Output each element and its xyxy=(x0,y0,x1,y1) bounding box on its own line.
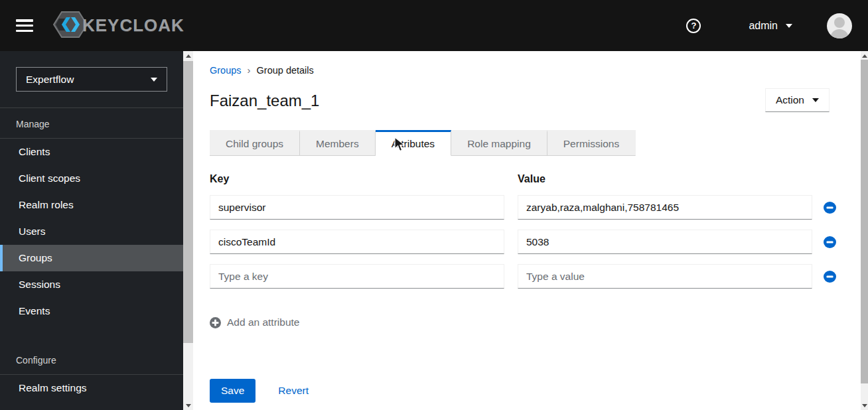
keycloak-logo[interactable]: KEYCLOAK xyxy=(53,9,184,42)
avatar-person-icon xyxy=(834,17,845,28)
sidebar-item-sessions[interactable]: Sessions xyxy=(0,271,183,298)
attribute-row xyxy=(210,195,861,220)
sidebar-item-client-scopes[interactable]: Client scopes xyxy=(0,165,183,192)
tab-bar: Child groups Members Attributes Role map… xyxy=(210,130,636,156)
sidebar-scrollbar[interactable] xyxy=(183,51,193,410)
breadcrumb-groups-link[interactable]: Groups xyxy=(210,65,242,76)
minus-circle-icon xyxy=(824,236,836,248)
username-label: admin xyxy=(749,20,778,32)
sidebar-scrollbar-thumb[interactable] xyxy=(183,61,193,343)
chevron-down-icon xyxy=(812,98,819,102)
tab-members[interactable]: Members xyxy=(300,130,376,156)
attribute-value-input[interactable] xyxy=(518,264,812,289)
plus-circle-icon xyxy=(210,317,221,328)
app-header: KEYCLOAK ? admin xyxy=(0,0,868,51)
avatar[interactable] xyxy=(827,13,852,38)
scrollbar-up-arrow-icon[interactable] xyxy=(861,51,868,60)
sidebar-item-clients[interactable]: Clients xyxy=(0,139,183,165)
attribute-value-input[interactable] xyxy=(518,195,812,220)
chevron-down-icon xyxy=(151,78,157,82)
page-title: Faizan_team_1 xyxy=(210,92,861,110)
attribute-value-input[interactable] xyxy=(518,230,812,254)
attribute-row xyxy=(210,230,861,254)
sidebar-item-realm-settings[interactable]: Realm settings xyxy=(0,375,183,401)
add-attribute-button[interactable]: Add an attribute xyxy=(210,316,861,328)
brand-text: KEYCLOAK xyxy=(82,15,184,36)
breadcrumb: Groups › Group details xyxy=(210,64,861,76)
sidebar-item-authentication[interactable]: Authentication xyxy=(0,401,183,410)
sidebar-item-realm-roles[interactable]: Realm roles xyxy=(0,192,183,218)
sidebar-item-events[interactable]: Events xyxy=(0,298,183,324)
attribute-row xyxy=(210,264,861,289)
sidebar-item-groups[interactable]: Groups xyxy=(0,245,183,271)
tab-permissions[interactable]: Permissions xyxy=(547,130,636,156)
scrollbar-down-arrow-icon[interactable] xyxy=(183,401,193,410)
sidebar: Expertflow Manage Clients Client scopes … xyxy=(0,51,183,410)
realm-name: Expertflow xyxy=(26,74,74,86)
main-content: Groups › Group details Faizan_team_1 Act… xyxy=(193,51,861,410)
key-column-header: Key xyxy=(210,173,504,185)
sidebar-section-manage: Manage xyxy=(0,108,183,139)
minus-circle-icon xyxy=(824,202,836,214)
tab-child-groups[interactable]: Child groups xyxy=(210,130,300,156)
realm-selector-area: Expertflow xyxy=(0,51,183,108)
sidebar-section-configure: Configure xyxy=(0,344,183,375)
action-dropdown-button[interactable]: Action xyxy=(765,88,830,112)
attribute-key-input[interactable] xyxy=(210,195,504,220)
breadcrumb-separator-icon: › xyxy=(248,64,251,76)
tab-role-mapping[interactable]: Role mapping xyxy=(451,130,547,156)
attribute-key-input[interactable] xyxy=(210,264,504,289)
realm-selector[interactable]: Expertflow xyxy=(16,67,167,92)
tab-attributes[interactable]: Attributes xyxy=(376,130,451,156)
chevron-down-icon xyxy=(786,24,792,28)
remove-attribute-button[interactable] xyxy=(824,271,836,283)
value-column-header: Value xyxy=(518,173,812,185)
main-scrollbar-thumb[interactable] xyxy=(861,60,868,383)
form-actions: Save Revert xyxy=(210,379,861,403)
remove-attribute-button[interactable] xyxy=(824,202,836,214)
remove-attribute-button[interactable] xyxy=(824,236,836,248)
breadcrumb-current: Group details xyxy=(257,65,314,76)
revert-link[interactable]: Revert xyxy=(278,385,309,397)
sidebar-item-users[interactable]: Users xyxy=(0,218,183,245)
save-button[interactable]: Save xyxy=(210,379,255,403)
user-dropdown[interactable]: admin xyxy=(749,20,792,32)
scrollbar-up-arrow-icon[interactable] xyxy=(183,51,193,60)
attribute-key-input[interactable] xyxy=(210,230,504,254)
help-icon[interactable]: ? xyxy=(686,19,701,33)
main-scrollbar[interactable] xyxy=(861,51,868,410)
scrollbar-down-arrow-icon[interactable] xyxy=(861,401,868,410)
attributes-table-header: Key Value xyxy=(210,173,861,185)
hamburger-menu-icon[interactable] xyxy=(16,19,33,32)
minus-circle-icon xyxy=(824,271,836,283)
